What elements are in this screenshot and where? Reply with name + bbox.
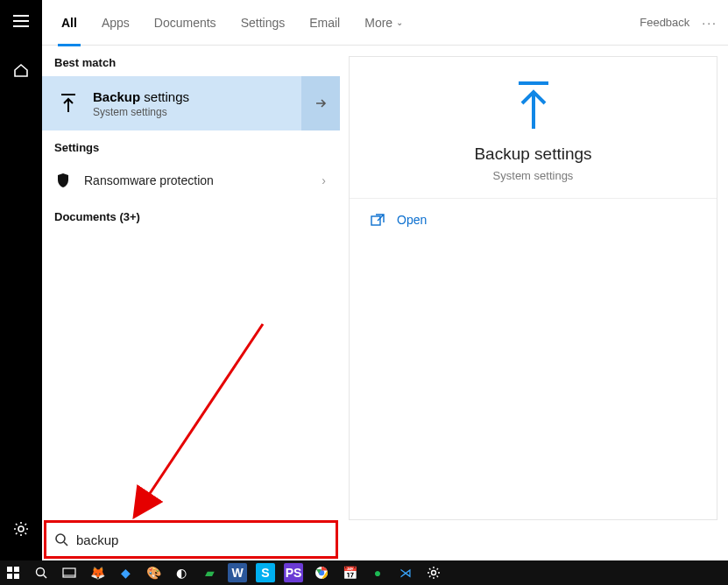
preview-backup-icon	[358, 80, 708, 132]
more-options-icon[interactable]: ···	[702, 16, 717, 30]
hamburger-icon[interactable]	[0, 0, 42, 42]
search-input[interactable]	[76, 532, 336, 547]
svg-point-11	[37, 568, 45, 576]
skype-icon[interactable]: S	[256, 563, 275, 582]
tab-label: Documents	[154, 16, 216, 30]
svg-rect-7	[7, 567, 12, 572]
svg-line-12	[44, 575, 47, 579]
tabs-bar: All Apps Documents Settings Email More⌄ …	[42, 0, 728, 46]
best-match-heading: Best match	[42, 46, 340, 76]
settings-heading: Settings	[42, 130, 340, 161]
settings-row-label: Ransomware protection	[84, 173, 214, 187]
svg-point-2	[56, 534, 65, 543]
svg-point-0	[18, 526, 24, 532]
backup-arrow-icon	[54, 89, 82, 117]
open-icon	[371, 214, 385, 226]
best-match-expand-button[interactable]	[301, 76, 340, 130]
chevron-down-icon: ⌄	[396, 18, 403, 27]
tab-apps[interactable]: Apps	[89, 0, 142, 46]
firefox-icon[interactable]: 🦊	[88, 563, 107, 582]
documents-heading: Documents (3+)	[42, 200, 340, 230]
tab-more[interactable]: More⌄	[352, 0, 415, 46]
phpstorm-icon[interactable]: PS	[284, 563, 303, 582]
search-input-row	[44, 520, 338, 559]
best-match-title: Backup settings	[93, 89, 189, 104]
best-match-item[interactable]: Backup settings System settings	[42, 76, 340, 130]
word-icon[interactable]: W	[228, 563, 247, 582]
chrome-icon[interactable]	[312, 563, 331, 582]
svg-rect-5	[371, 216, 380, 225]
preview-card: Backup settings System settings Open	[349, 56, 717, 520]
best-match-subtitle: System settings	[93, 106, 189, 118]
gear-icon[interactable]	[0, 508, 42, 550]
taskbar: 🦊 ◆ 🎨 ◐ ▰ W S PS 📅 ● ⋊	[0, 560, 728, 585]
shield-icon	[54, 173, 72, 188]
tab-label: Settings	[241, 16, 286, 30]
preview-subtitle: System settings	[358, 169, 708, 182]
unknown-app-icon[interactable]: ◐	[172, 563, 191, 582]
spotify-icon[interactable]: ●	[368, 563, 387, 582]
vscode-icon[interactable]: ⋊	[396, 563, 415, 582]
color-picker-icon[interactable]: ◆	[116, 563, 135, 582]
left-rail	[0, 0, 42, 560]
svg-rect-9	[7, 574, 12, 579]
calendar-icon[interactable]: 📅	[340, 563, 359, 582]
feedback-link[interactable]: Feedback	[640, 16, 689, 29]
tab-email[interactable]: Email	[297, 0, 352, 46]
preview-column: Backup settings System settings Open	[340, 46, 728, 560]
tab-label: More	[364, 16, 392, 30]
taskbar-search-icon[interactable]	[32, 563, 51, 582]
tab-label: Apps	[102, 16, 130, 30]
home-icon[interactable]	[0, 49, 42, 91]
svg-rect-8	[14, 567, 19, 572]
chevron-right-icon: ›	[322, 173, 326, 187]
tab-settings[interactable]: Settings	[229, 0, 298, 46]
preview-title: Backup settings	[358, 144, 708, 164]
settings-row-ransomware[interactable]: Ransomware protection ›	[42, 161, 340, 200]
svg-point-17	[432, 571, 436, 575]
preview-open-label: Open	[397, 213, 427, 227]
task-view-icon[interactable]	[60, 563, 79, 582]
search-icon	[46, 533, 76, 546]
preview-open-action[interactable]: Open	[350, 199, 717, 241]
tab-label: Email	[309, 16, 340, 30]
search-panel: All Apps Documents Settings Email More⌄ …	[42, 0, 728, 560]
tab-label: All	[61, 16, 77, 30]
tab-documents[interactable]: Documents	[142, 0, 229, 46]
tab-all[interactable]: All	[49, 0, 89, 46]
svg-line-3	[64, 542, 67, 546]
start-icon[interactable]	[4, 563, 23, 582]
android-icon[interactable]: ▰	[200, 563, 219, 582]
svg-rect-10	[14, 574, 19, 579]
taskbar-settings-icon[interactable]	[424, 563, 443, 582]
results-column: Best match Backup settings System settin…	[42, 46, 340, 560]
paint-icon[interactable]: 🎨	[144, 563, 163, 582]
